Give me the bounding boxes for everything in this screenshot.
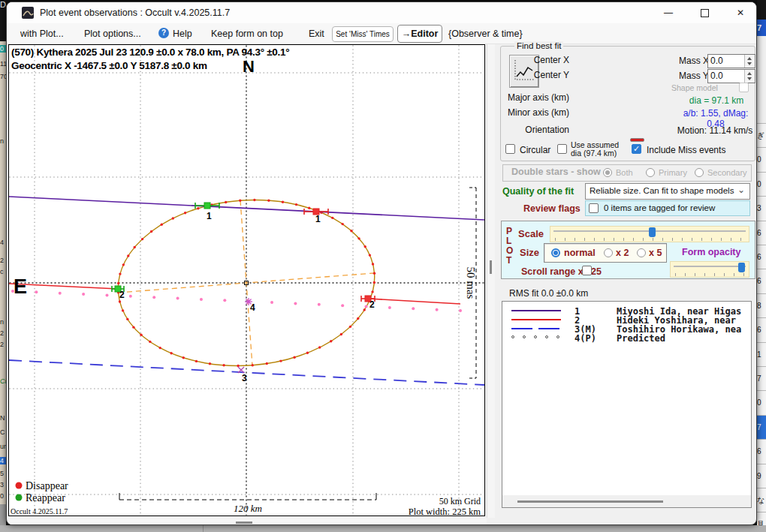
predicted-chord-dot	[176, 297, 179, 300]
ellipse-fit-dot	[279, 359, 282, 362]
ellipse-fit-dot	[252, 364, 254, 366]
use-assumed-checkbox[interactable]	[557, 144, 567, 154]
background-text-fragment: 4	[0, 457, 6, 464]
slider-thumb[interactable]	[738, 263, 745, 272]
quality-selected-value: Reliable size. Can fit to shape models	[590, 186, 734, 195]
double-stars-both-label: Both	[616, 168, 633, 177]
predicted-chord-dot	[270, 301, 273, 304]
size-x2-label: x 2	[616, 248, 629, 258]
spin-down-icon[interactable]	[747, 62, 752, 65]
background-table-cell: ぎ	[757, 123, 766, 148]
menu-with-plot[interactable]: with Plot...	[20, 29, 64, 39]
taskbar-strip	[0, 525, 766, 532]
background-text-fragment: 2	[0, 341, 6, 348]
title-bar[interactable]: Plot event observations : Occult v.4.202…	[7, 2, 756, 23]
ellipse-fit-dot	[267, 200, 270, 202]
background-table-cell: 7	[757, 366, 766, 391]
scrollbar-thumb[interactable]	[517, 500, 663, 503]
scrollbar-thumb[interactable]	[490, 260, 492, 274]
scrollbar-thumb[interactable]	[236, 521, 252, 524]
shape-model-checkbox[interactable]	[739, 83, 749, 92]
close-button[interactable]: ✕	[728, 4, 753, 22]
ellipse-fit-dot	[266, 362, 268, 365]
circular-checkbox[interactable]	[505, 144, 515, 154]
ellipse-fit-dot	[197, 207, 199, 209]
orientation-label: Orientation	[525, 125, 569, 135]
orientation-color-key	[630, 138, 644, 142]
ellipse-fit-dot	[122, 263, 125, 266]
background-text-fragment: 11	[0, 60, 6, 68]
legend-row-3[interactable]: 3(M) Toshihiro Horikawa, nea	[502, 324, 751, 333]
observer-legend-list[interactable]: 1 Miyoshi Ida, near Higas 2 Hideki Yoshi…	[502, 301, 752, 508]
minimize-button[interactable]: —	[656, 4, 681, 22]
ellipse-fit-dot	[161, 224, 163, 226]
background-cell-highlight: 7	[757, 20, 766, 36]
predicted-chord-dot	[294, 302, 297, 305]
scroll-range-checkbox[interactable]	[582, 266, 592, 275]
observer-time-label[interactable]: {Observer & time}	[448, 29, 523, 39]
double-stars-both-radio[interactable]	[603, 168, 612, 177]
rms-fit-label: RMS fit 0.0 ±0.0 km	[509, 288, 588, 299]
plot-letter-l: L	[506, 236, 511, 246]
quality-of-fit-dropdown[interactable]: Reliable size. Can fit to shape models ⌄	[585, 183, 750, 200]
chord-number-label: 2	[119, 290, 125, 300]
size-normal-label: normal	[564, 248, 596, 258]
legend-horizontal-scrollbar[interactable]	[502, 495, 751, 507]
spin-up-icon[interactable]	[747, 57, 752, 60]
mass-y-input[interactable]: 0.0	[707, 69, 755, 83]
form-opacity-slider[interactable]	[670, 261, 749, 278]
ellipse-fit-dot	[308, 207, 310, 209]
plot-vertical-scrollbar[interactable]	[487, 44, 495, 518]
review-flags-box: 0 items are tagged for review	[585, 200, 750, 216]
scale-slider[interactable]	[550, 226, 749, 242]
spinner-control[interactable]	[744, 70, 755, 83]
menu-help[interactable]: Help	[173, 29, 192, 39]
background-text-fragment: 0	[0, 45, 6, 53]
plot-controls-panel: P L O T Scale Size normal x 2 x 5 Form o…	[501, 221, 755, 279]
predicted-chord-dot	[412, 307, 415, 310]
mass-x-label: Mass X	[679, 56, 709, 66]
north-label: N	[243, 57, 255, 76]
size-normal-radio[interactable]	[551, 248, 560, 257]
review-flags-checkbox[interactable]	[589, 203, 599, 213]
ellipse-fit-dot	[159, 347, 161, 349]
ellipse-fit-dot	[341, 223, 343, 225]
size-x5-radio[interactable]	[637, 248, 646, 257]
ellipse-fit-dot	[371, 290, 373, 293]
slider-thumb[interactable]	[649, 227, 656, 237]
predicted-chord-dot	[318, 303, 321, 306]
quality-of-fit-label: Quality of the fit	[502, 186, 574, 197]
set-miss-times-button[interactable]: Set 'Miss' Times	[332, 26, 394, 42]
spin-up-icon[interactable]	[747, 72, 752, 75]
spinner-control[interactable]	[744, 55, 755, 68]
center-x-label: Center X	[534, 55, 569, 65]
help-icon[interactable]: ?	[158, 28, 169, 38]
background-text-fragment: 2	[0, 329, 6, 337]
background-table-cell: 6	[757, 221, 766, 245]
predicted-chord-dot	[341, 304, 344, 307]
dotted-line-icon	[523, 335, 526, 338]
editor-button[interactable]: →Editor	[397, 25, 442, 43]
predicted-chord-dot	[129, 295, 132, 298]
dashed-line-icon	[538, 328, 559, 329]
size-x2-radio[interactable]	[604, 248, 613, 257]
legend-row-1[interactable]: 1 Miyoshi Ida, near Higas	[502, 306, 751, 315]
use-assumed-line2: dia (97.4 km)	[571, 149, 617, 158]
double-stars-secondary-radio[interactable]	[695, 168, 704, 177]
ellipse-fit-dot	[373, 281, 375, 284]
spin-down-icon[interactable]	[747, 77, 752, 80]
ellipse-fit-dot	[195, 360, 198, 362]
maximize-button[interactable]	[692, 4, 717, 22]
include-miss-checkbox[interactable]	[632, 144, 641, 154]
occultation-plot-canvas[interactable]: 112234 (570) Kythera 2025 Jul 23 120.9 ±…	[8, 44, 487, 518]
menu-keep-on-top[interactable]: Keep form on top	[211, 29, 283, 39]
menu-plot-options[interactable]: Plot options...	[84, 29, 141, 39]
menu-exit[interactable]: Exit	[309, 29, 324, 39]
background-text-fragment: Da	[0, 0, 6, 9]
predicted-chord-dot	[152, 296, 155, 299]
plot-horizontal-scrollbar[interactable]	[8, 518, 487, 525]
double-stars-primary-radio[interactable]	[646, 168, 655, 177]
mass-x-input[interactable]: 0.0	[707, 54, 755, 68]
legend-row-4[interactable]: 4(P) Predicted	[502, 333, 751, 342]
legend-row-2[interactable]: 2 Hideki Yoshihara, near	[502, 315, 751, 324]
